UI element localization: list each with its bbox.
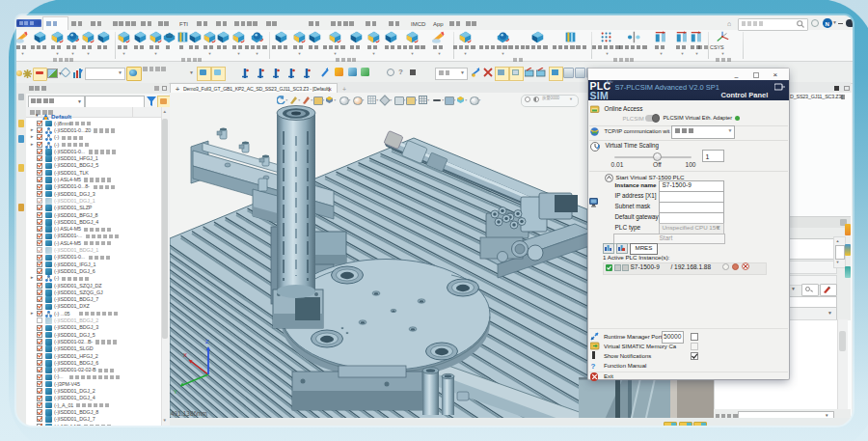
- svg-text:Z: Z: [205, 339, 209, 345]
- svg-text:X: X: [183, 352, 187, 358]
- svg-text:491.1386mm: 491.1386mm: [171, 410, 207, 417]
- svg-text:Y: Y: [174, 389, 177, 395]
